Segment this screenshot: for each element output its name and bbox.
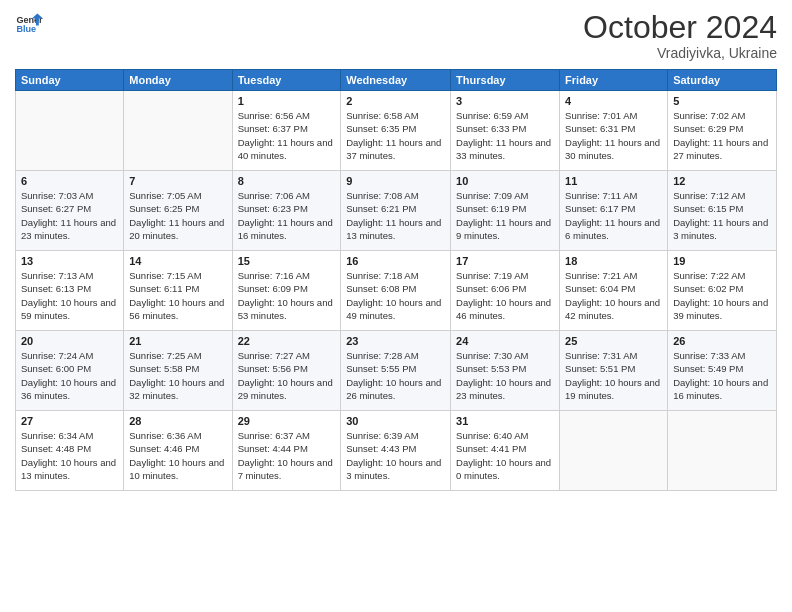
calendar-cell: 15Sunrise: 7:16 AM Sunset: 6:09 PM Dayli… bbox=[232, 251, 341, 331]
calendar-cell: 31Sunrise: 6:40 AM Sunset: 4:41 PM Dayli… bbox=[451, 411, 560, 491]
day-info: Sunrise: 7:30 AM Sunset: 5:53 PM Dayligh… bbox=[456, 349, 554, 402]
calendar-day-header: Wednesday bbox=[341, 70, 451, 91]
day-info: Sunrise: 7:27 AM Sunset: 5:56 PM Dayligh… bbox=[238, 349, 336, 402]
day-info: Sunrise: 7:16 AM Sunset: 6:09 PM Dayligh… bbox=[238, 269, 336, 322]
day-number: 31 bbox=[456, 415, 554, 427]
day-number: 11 bbox=[565, 175, 662, 187]
day-info: Sunrise: 7:25 AM Sunset: 5:58 PM Dayligh… bbox=[129, 349, 226, 402]
day-info: Sunrise: 7:01 AM Sunset: 6:31 PM Dayligh… bbox=[565, 109, 662, 162]
day-number: 24 bbox=[456, 335, 554, 347]
calendar-week-row: 27Sunrise: 6:34 AM Sunset: 4:48 PM Dayli… bbox=[16, 411, 777, 491]
calendar-cell: 11Sunrise: 7:11 AM Sunset: 6:17 PM Dayli… bbox=[560, 171, 668, 251]
calendar-week-row: 20Sunrise: 7:24 AM Sunset: 6:00 PM Dayli… bbox=[16, 331, 777, 411]
day-info: Sunrise: 7:19 AM Sunset: 6:06 PM Dayligh… bbox=[456, 269, 554, 322]
day-number: 30 bbox=[346, 415, 445, 427]
day-number: 3 bbox=[456, 95, 554, 107]
calendar-cell: 6Sunrise: 7:03 AM Sunset: 6:27 PM Daylig… bbox=[16, 171, 124, 251]
calendar-cell: 9Sunrise: 7:08 AM Sunset: 6:21 PM Daylig… bbox=[341, 171, 451, 251]
day-number: 29 bbox=[238, 415, 336, 427]
calendar-day-header: Friday bbox=[560, 70, 668, 91]
calendar-day-header: Tuesday bbox=[232, 70, 341, 91]
calendar-cell: 27Sunrise: 6:34 AM Sunset: 4:48 PM Dayli… bbox=[16, 411, 124, 491]
calendar-cell: 13Sunrise: 7:13 AM Sunset: 6:13 PM Dayli… bbox=[16, 251, 124, 331]
day-number: 9 bbox=[346, 175, 445, 187]
calendar-cell bbox=[668, 411, 777, 491]
svg-text:Blue: Blue bbox=[16, 24, 36, 34]
calendar-cell: 21Sunrise: 7:25 AM Sunset: 5:58 PM Dayli… bbox=[124, 331, 232, 411]
day-number: 23 bbox=[346, 335, 445, 347]
calendar-cell: 26Sunrise: 7:33 AM Sunset: 5:49 PM Dayli… bbox=[668, 331, 777, 411]
calendar-cell: 5Sunrise: 7:02 AM Sunset: 6:29 PM Daylig… bbox=[668, 91, 777, 171]
day-number: 16 bbox=[346, 255, 445, 267]
calendar-day-header: Saturday bbox=[668, 70, 777, 91]
calendar-cell bbox=[124, 91, 232, 171]
day-info: Sunrise: 6:37 AM Sunset: 4:44 PM Dayligh… bbox=[238, 429, 336, 482]
day-info: Sunrise: 7:15 AM Sunset: 6:11 PM Dayligh… bbox=[129, 269, 226, 322]
location: Vradiyivka, Ukraine bbox=[583, 45, 777, 61]
day-info: Sunrise: 6:40 AM Sunset: 4:41 PM Dayligh… bbox=[456, 429, 554, 482]
calendar-cell: 7Sunrise: 7:05 AM Sunset: 6:25 PM Daylig… bbox=[124, 171, 232, 251]
calendar-cell: 17Sunrise: 7:19 AM Sunset: 6:06 PM Dayli… bbox=[451, 251, 560, 331]
calendar-cell: 23Sunrise: 7:28 AM Sunset: 5:55 PM Dayli… bbox=[341, 331, 451, 411]
day-info: Sunrise: 6:58 AM Sunset: 6:35 PM Dayligh… bbox=[346, 109, 445, 162]
day-number: 14 bbox=[129, 255, 226, 267]
calendar-cell: 19Sunrise: 7:22 AM Sunset: 6:02 PM Dayli… bbox=[668, 251, 777, 331]
day-info: Sunrise: 7:22 AM Sunset: 6:02 PM Dayligh… bbox=[673, 269, 771, 322]
day-number: 27 bbox=[21, 415, 118, 427]
day-number: 2 bbox=[346, 95, 445, 107]
day-info: Sunrise: 7:12 AM Sunset: 6:15 PM Dayligh… bbox=[673, 189, 771, 242]
calendar-week-row: 13Sunrise: 7:13 AM Sunset: 6:13 PM Dayli… bbox=[16, 251, 777, 331]
calendar-cell: 24Sunrise: 7:30 AM Sunset: 5:53 PM Dayli… bbox=[451, 331, 560, 411]
month-title: October 2024 bbox=[583, 10, 777, 45]
day-number: 4 bbox=[565, 95, 662, 107]
day-number: 17 bbox=[456, 255, 554, 267]
calendar-cell: 30Sunrise: 6:39 AM Sunset: 4:43 PM Dayli… bbox=[341, 411, 451, 491]
calendar-day-header: Sunday bbox=[16, 70, 124, 91]
day-number: 7 bbox=[129, 175, 226, 187]
day-number: 13 bbox=[21, 255, 118, 267]
day-number: 26 bbox=[673, 335, 771, 347]
day-number: 20 bbox=[21, 335, 118, 347]
day-info: Sunrise: 7:21 AM Sunset: 6:04 PM Dayligh… bbox=[565, 269, 662, 322]
day-info: Sunrise: 6:34 AM Sunset: 4:48 PM Dayligh… bbox=[21, 429, 118, 482]
calendar-cell: 29Sunrise: 6:37 AM Sunset: 4:44 PM Dayli… bbox=[232, 411, 341, 491]
day-number: 8 bbox=[238, 175, 336, 187]
day-number: 10 bbox=[456, 175, 554, 187]
day-number: 12 bbox=[673, 175, 771, 187]
day-info: Sunrise: 7:06 AM Sunset: 6:23 PM Dayligh… bbox=[238, 189, 336, 242]
calendar-week-row: 6Sunrise: 7:03 AM Sunset: 6:27 PM Daylig… bbox=[16, 171, 777, 251]
day-info: Sunrise: 7:31 AM Sunset: 5:51 PM Dayligh… bbox=[565, 349, 662, 402]
calendar-header-row: SundayMondayTuesdayWednesdayThursdayFrid… bbox=[16, 70, 777, 91]
calendar-week-row: 1Sunrise: 6:56 AM Sunset: 6:37 PM Daylig… bbox=[16, 91, 777, 171]
calendar-day-header: Thursday bbox=[451, 70, 560, 91]
day-info: Sunrise: 6:59 AM Sunset: 6:33 PM Dayligh… bbox=[456, 109, 554, 162]
calendar-cell: 28Sunrise: 6:36 AM Sunset: 4:46 PM Dayli… bbox=[124, 411, 232, 491]
calendar-cell: 1Sunrise: 6:56 AM Sunset: 6:37 PM Daylig… bbox=[232, 91, 341, 171]
logo: General Blue bbox=[15, 10, 43, 38]
calendar-cell: 3Sunrise: 6:59 AM Sunset: 6:33 PM Daylig… bbox=[451, 91, 560, 171]
day-info: Sunrise: 7:24 AM Sunset: 6:00 PM Dayligh… bbox=[21, 349, 118, 402]
day-info: Sunrise: 7:09 AM Sunset: 6:19 PM Dayligh… bbox=[456, 189, 554, 242]
calendar-cell: 22Sunrise: 7:27 AM Sunset: 5:56 PM Dayli… bbox=[232, 331, 341, 411]
day-info: Sunrise: 7:18 AM Sunset: 6:08 PM Dayligh… bbox=[346, 269, 445, 322]
day-info: Sunrise: 7:05 AM Sunset: 6:25 PM Dayligh… bbox=[129, 189, 226, 242]
calendar-cell: 20Sunrise: 7:24 AM Sunset: 6:00 PM Dayli… bbox=[16, 331, 124, 411]
day-info: Sunrise: 7:28 AM Sunset: 5:55 PM Dayligh… bbox=[346, 349, 445, 402]
day-info: Sunrise: 6:36 AM Sunset: 4:46 PM Dayligh… bbox=[129, 429, 226, 482]
day-info: Sunrise: 7:13 AM Sunset: 6:13 PM Dayligh… bbox=[21, 269, 118, 322]
day-number: 6 bbox=[21, 175, 118, 187]
day-number: 18 bbox=[565, 255, 662, 267]
day-number: 19 bbox=[673, 255, 771, 267]
day-number: 22 bbox=[238, 335, 336, 347]
day-number: 1 bbox=[238, 95, 336, 107]
calendar-cell: 8Sunrise: 7:06 AM Sunset: 6:23 PM Daylig… bbox=[232, 171, 341, 251]
day-number: 25 bbox=[565, 335, 662, 347]
calendar-day-header: Monday bbox=[124, 70, 232, 91]
calendar-cell: 25Sunrise: 7:31 AM Sunset: 5:51 PM Dayli… bbox=[560, 331, 668, 411]
page-header: General Blue October 2024 Vradiyivka, Uk… bbox=[15, 10, 777, 61]
calendar-cell: 16Sunrise: 7:18 AM Sunset: 6:08 PM Dayli… bbox=[341, 251, 451, 331]
calendar-table: SundayMondayTuesdayWednesdayThursdayFrid… bbox=[15, 69, 777, 491]
day-number: 5 bbox=[673, 95, 771, 107]
calendar-cell bbox=[560, 411, 668, 491]
day-info: Sunrise: 7:03 AM Sunset: 6:27 PM Dayligh… bbox=[21, 189, 118, 242]
